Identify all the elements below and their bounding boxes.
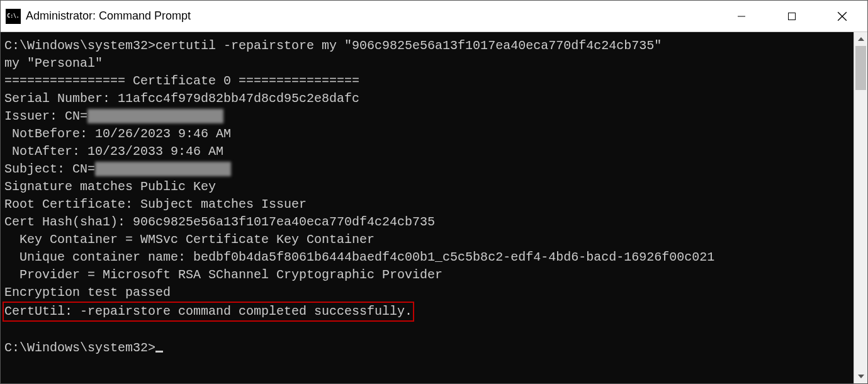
scroll-down-button[interactable] <box>854 370 867 383</box>
highlight-annotation: CertUtil: -repairstore command completed… <box>3 302 414 322</box>
minimize-icon <box>737 12 746 21</box>
window-title: Administrator: Command Prompt <box>26 9 716 23</box>
output-line: NotAfter: 10/23/2033 9:46 AM <box>4 144 223 159</box>
maximize-button[interactable] <box>767 1 817 31</box>
app-icon: C:\. <box>6 9 21 24</box>
output-line: Issuer: CN= <box>4 109 87 123</box>
close-button[interactable] <box>817 1 867 31</box>
minimize-button[interactable] <box>716 1 767 31</box>
output-line: Key Container = WMSvc Certificate Key Co… <box>4 232 375 247</box>
chevron-up-icon <box>858 37 864 41</box>
app-icon-text: C:\. <box>7 14 19 19</box>
close-icon <box>837 11 847 21</box>
titlebar: C:\. Administrator: Command Prompt <box>1 1 867 32</box>
prompt-line: C:\Windows\system32> <box>4 341 155 355</box>
output-line: Serial Number: 11afcc4f979d82bb47d8cd95c… <box>4 91 359 106</box>
scrollbar[interactable] <box>854 32 867 383</box>
output-line: Cert Hash(sha1): 906c9825e56a13f1017ea40… <box>4 215 435 229</box>
redacted-text: XXbb47dXcd95c1eXdX <box>95 162 231 176</box>
output-line: NotBefore: 10/26/2023 9:46 AM <box>4 127 231 141</box>
output-line: CertUtil: -repairstore command completed… <box>4 304 412 319</box>
output-line: Root Certificate: Subject matches Issuer <box>4 197 307 212</box>
output-line: Encryption test passed <box>4 285 171 300</box>
output-line: Signature matches Public Key <box>4 179 216 194</box>
cursor-icon <box>155 351 163 353</box>
terminal-area: C:\Windows\system32>certutil -repairstor… <box>1 32 867 383</box>
output-line: Subject: CN= <box>4 162 95 176</box>
output-line: Unique container name: bedbf0b4da5f8061b… <box>4 250 714 264</box>
output-line: C:\Windows\system32>certutil -repairstor… <box>4 38 662 53</box>
output-line: ================ Certificate 0 =========… <box>4 74 359 88</box>
output-line: my "Personal" <box>4 56 103 71</box>
maximize-icon <box>787 12 796 21</box>
svg-rect-1 <box>789 13 796 20</box>
redacted-text: XXbb47dXcd95c1eXdX <box>87 109 223 123</box>
terminal-output[interactable]: C:\Windows\system32>certutil -repairstor… <box>1 32 854 383</box>
chevron-down-icon <box>858 375 864 378</box>
scroll-up-button[interactable] <box>854 32 867 46</box>
output-line: Provider = Microsoft RSA SChannel Crypto… <box>4 268 442 282</box>
scroll-track[interactable] <box>854 46 867 370</box>
scroll-thumb[interactable] <box>855 46 866 90</box>
window-controls <box>716 1 867 31</box>
